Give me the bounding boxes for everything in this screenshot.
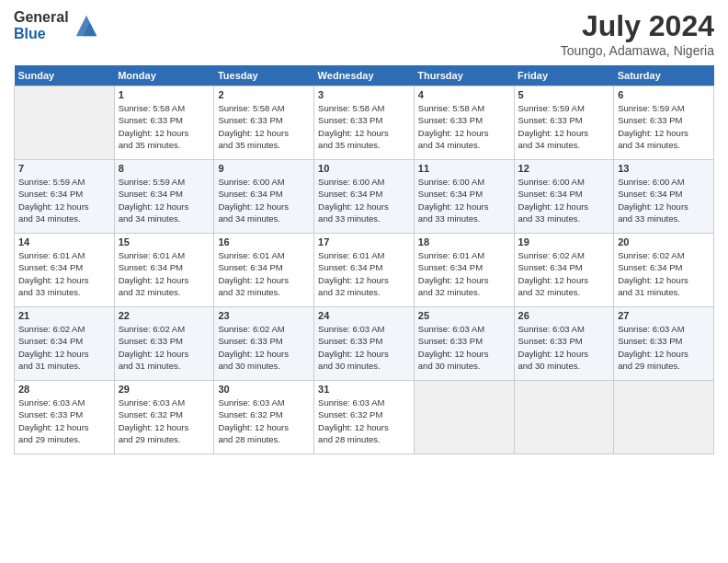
calendar-cell: 15Sunrise: 6:01 AM Sunset: 6:34 PM Dayli… [114, 234, 214, 307]
logo-icon [73, 12, 100, 40]
day-info: Sunrise: 6:00 AM Sunset: 6:34 PM Dayligh… [318, 177, 389, 224]
day-number: 25 [418, 310, 510, 321]
calendar-cell: 28Sunrise: 6:03 AM Sunset: 6:33 PM Dayli… [15, 381, 115, 454]
calendar-cell: 20Sunrise: 6:02 AM Sunset: 6:34 PM Dayli… [614, 234, 714, 307]
day-info: Sunrise: 6:03 AM Sunset: 6:32 PM Dayligh… [218, 397, 289, 444]
calendar-cell: 8Sunrise: 5:59 AM Sunset: 6:34 PM Daylig… [114, 160, 214, 234]
page-container: General Blue July 2024 Toungo, Adamawa, … [0, 0, 728, 464]
page-header: General Blue July 2024 Toungo, Adamawa, … [14, 9, 714, 58]
calendar-week-row: 28Sunrise: 6:03 AM Sunset: 6:33 PM Dayli… [15, 381, 714, 454]
calendar-cell: 12Sunrise: 6:00 AM Sunset: 6:34 PM Dayli… [514, 160, 614, 234]
day-info: Sunrise: 6:02 AM Sunset: 6:34 PM Dayligh… [518, 250, 589, 297]
day-info: Sunrise: 6:03 AM Sunset: 6:32 PM Dayligh… [119, 397, 189, 444]
calendar-cell: 5Sunrise: 5:59 AM Sunset: 6:33 PM Daylig… [514, 86, 614, 160]
calendar-cell: 26Sunrise: 6:03 AM Sunset: 6:33 PM Dayli… [514, 307, 614, 381]
calendar-cell: 10Sunrise: 6:00 AM Sunset: 6:34 PM Dayli… [314, 160, 415, 234]
calendar-cell: 3Sunrise: 5:58 AM Sunset: 6:33 PM Daylig… [314, 86, 415, 160]
calendar-cell [614, 381, 714, 454]
day-header-wednesday: Wednesday [314, 65, 415, 86]
calendar-table: SundayMondayTuesdayWednesdayThursdayFrid… [14, 65, 714, 454]
day-header-tuesday: Tuesday [214, 65, 314, 86]
calendar-cell: 24Sunrise: 6:03 AM Sunset: 6:33 PM Dayli… [314, 307, 415, 381]
day-number: 10 [318, 163, 410, 174]
calendar-cell: 19Sunrise: 6:02 AM Sunset: 6:34 PM Dayli… [514, 234, 614, 307]
day-info: Sunrise: 5:58 AM Sunset: 6:33 PM Dayligh… [418, 103, 489, 150]
day-number: 8 [119, 163, 210, 174]
calendar-cell: 6Sunrise: 5:59 AM Sunset: 6:33 PM Daylig… [614, 86, 714, 160]
calendar-cell: 11Sunrise: 6:00 AM Sunset: 6:34 PM Dayli… [414, 160, 514, 234]
logo-text: General Blue [14, 9, 69, 41]
day-header-friday: Friday [514, 65, 614, 86]
calendar-cell: 17Sunrise: 6:01 AM Sunset: 6:34 PM Dayli… [314, 234, 415, 307]
calendar-week-row: 7Sunrise: 5:59 AM Sunset: 6:34 PM Daylig… [15, 160, 714, 234]
calendar-cell: 7Sunrise: 5:59 AM Sunset: 6:34 PM Daylig… [15, 160, 115, 234]
day-number: 12 [518, 163, 610, 174]
day-info: Sunrise: 6:02 AM Sunset: 6:33 PM Dayligh… [218, 324, 289, 371]
day-number: 15 [119, 236, 210, 247]
day-info: Sunrise: 5:59 AM Sunset: 6:33 PM Dayligh… [518, 103, 589, 150]
day-number: 16 [218, 236, 310, 247]
calendar-week-row: 14Sunrise: 6:01 AM Sunset: 6:34 PM Dayli… [15, 234, 714, 307]
logo-blue: Blue [14, 26, 69, 42]
calendar-cell: 1Sunrise: 5:58 AM Sunset: 6:33 PM Daylig… [114, 86, 214, 160]
day-number: 18 [418, 236, 510, 247]
calendar-cell [414, 381, 514, 454]
location: Toungo, Adamawa, Nigeria [561, 43, 714, 58]
day-info: Sunrise: 6:03 AM Sunset: 6:33 PM Dayligh… [618, 324, 688, 371]
calendar-cell: 27Sunrise: 6:03 AM Sunset: 6:33 PM Dayli… [614, 307, 714, 381]
day-header-sunday: Sunday [15, 65, 115, 86]
calendar-cell: 9Sunrise: 6:00 AM Sunset: 6:34 PM Daylig… [214, 160, 314, 234]
title-section: July 2024 Toungo, Adamawa, Nigeria [561, 9, 714, 58]
day-number: 6 [618, 89, 710, 100]
day-number: 5 [518, 89, 610, 100]
calendar-cell: 29Sunrise: 6:03 AM Sunset: 6:32 PM Dayli… [114, 381, 214, 454]
day-number: 21 [18, 310, 110, 321]
day-number: 22 [119, 310, 210, 321]
calendar-cell: 16Sunrise: 6:01 AM Sunset: 6:34 PM Dayli… [214, 234, 314, 307]
day-info: Sunrise: 6:02 AM Sunset: 6:34 PM Dayligh… [618, 250, 688, 297]
calendar-week-row: 1Sunrise: 5:58 AM Sunset: 6:33 PM Daylig… [15, 86, 714, 160]
calendar-cell: 4Sunrise: 5:58 AM Sunset: 6:33 PM Daylig… [414, 86, 514, 160]
day-info: Sunrise: 5:59 AM Sunset: 6:33 PM Dayligh… [618, 103, 688, 150]
calendar-cell: 31Sunrise: 6:03 AM Sunset: 6:32 PM Dayli… [314, 381, 415, 454]
day-info: Sunrise: 5:59 AM Sunset: 6:34 PM Dayligh… [119, 177, 189, 224]
day-info: Sunrise: 5:58 AM Sunset: 6:33 PM Dayligh… [119, 103, 189, 150]
day-number: 26 [518, 310, 610, 321]
day-info: Sunrise: 6:03 AM Sunset: 6:33 PM Dayligh… [318, 324, 389, 371]
day-number: 27 [618, 310, 710, 321]
calendar-cell: 14Sunrise: 6:01 AM Sunset: 6:34 PM Dayli… [15, 234, 115, 307]
day-number: 20 [618, 236, 710, 247]
calendar-week-row: 21Sunrise: 6:02 AM Sunset: 6:34 PM Dayli… [15, 307, 714, 381]
day-number: 24 [318, 310, 410, 321]
day-info: Sunrise: 6:01 AM Sunset: 6:34 PM Dayligh… [418, 250, 489, 297]
day-header-monday: Monday [114, 65, 214, 86]
day-number: 17 [318, 236, 410, 247]
day-info: Sunrise: 6:03 AM Sunset: 6:33 PM Dayligh… [518, 324, 589, 371]
day-info: Sunrise: 5:59 AM Sunset: 6:34 PM Dayligh… [18, 177, 89, 224]
calendar-cell: 30Sunrise: 6:03 AM Sunset: 6:32 PM Dayli… [214, 381, 314, 454]
logo-general: General [14, 9, 69, 26]
day-info: Sunrise: 5:58 AM Sunset: 6:33 PM Dayligh… [218, 103, 289, 150]
day-number: 13 [618, 163, 710, 174]
day-number: 7 [18, 163, 110, 174]
logo: General Blue [14, 9, 100, 41]
day-number: 11 [418, 163, 510, 174]
day-info: Sunrise: 6:01 AM Sunset: 6:34 PM Dayligh… [318, 250, 389, 297]
day-number: 23 [218, 310, 310, 321]
day-number: 9 [218, 163, 310, 174]
day-info: Sunrise: 6:01 AM Sunset: 6:34 PM Dayligh… [218, 250, 289, 297]
month-year: July 2024 [561, 9, 714, 43]
day-number: 31 [318, 384, 410, 395]
day-info: Sunrise: 6:00 AM Sunset: 6:34 PM Dayligh… [618, 177, 688, 224]
calendar-cell: 2Sunrise: 5:58 AM Sunset: 6:33 PM Daylig… [214, 86, 314, 160]
day-info: Sunrise: 6:00 AM Sunset: 6:34 PM Dayligh… [218, 177, 289, 224]
day-info: Sunrise: 6:00 AM Sunset: 6:34 PM Dayligh… [418, 177, 489, 224]
calendar-cell [15, 86, 115, 160]
day-number: 4 [418, 89, 510, 100]
day-info: Sunrise: 6:03 AM Sunset: 6:33 PM Dayligh… [418, 324, 489, 371]
calendar-cell: 23Sunrise: 6:02 AM Sunset: 6:33 PM Dayli… [214, 307, 314, 381]
day-number: 1 [119, 89, 210, 100]
calendar-cell: 21Sunrise: 6:02 AM Sunset: 6:34 PM Dayli… [15, 307, 115, 381]
day-info: Sunrise: 6:01 AM Sunset: 6:34 PM Dayligh… [18, 250, 89, 297]
calendar-cell: 13Sunrise: 6:00 AM Sunset: 6:34 PM Dayli… [614, 160, 714, 234]
